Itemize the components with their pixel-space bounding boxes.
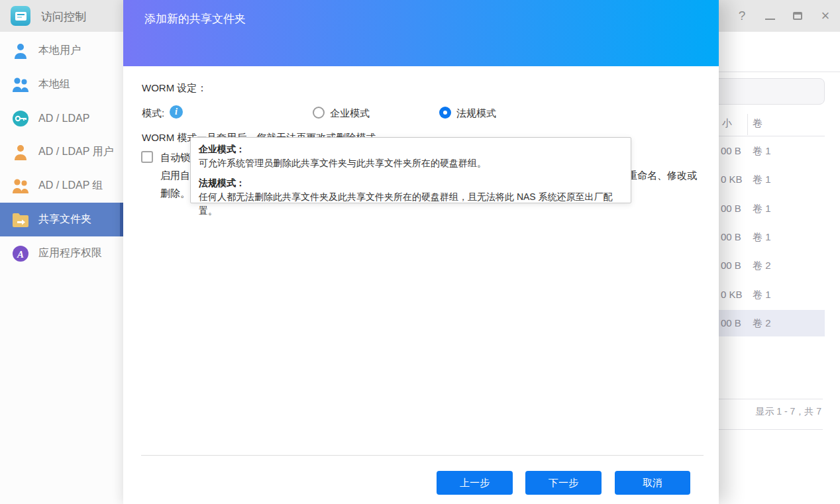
sidebar-item-label: 共享文件夹 xyxy=(38,213,91,227)
pagination-divider-bottom xyxy=(702,429,823,430)
radio-compliance-label[interactable]: 法规模式 xyxy=(456,107,496,120)
app-privilege-icon: A xyxy=(12,245,29,262)
table-row[interactable]: 00 B 卷 2 xyxy=(702,252,825,279)
cancel-button[interactable]: 取消 xyxy=(615,471,690,495)
access-control-app-icon xyxy=(11,6,30,26)
dialog-title: 添加新的共享文件夹 xyxy=(144,11,246,26)
group-icon xyxy=(12,177,29,195)
table-row[interactable]: 00 B 卷 1 xyxy=(702,224,825,250)
sidebar-item-ad-ldap[interactable]: AD / LDAP xyxy=(0,101,123,135)
minimize-icon[interactable] xyxy=(763,9,776,23)
sidebar-item-label: AD / LDAP xyxy=(38,113,89,125)
next-step-button[interactable]: 下一步 xyxy=(525,471,602,495)
group-icon xyxy=(12,76,29,93)
info-icon[interactable]: i xyxy=(170,105,183,119)
sidebar-item-local-users[interactable]: 本地用户 xyxy=(0,34,123,68)
sidebar: 本地用户 本地组 AD / LDAP AD / LDAP 用户 AD / LDA xyxy=(0,32,123,504)
pagination-divider-top xyxy=(702,399,823,399)
tooltip-compliance-desc: 任何人都无法删除此共享文件夹及此共享文件夹所在的硬盘群组，且无法将此 NAS 系… xyxy=(199,190,623,218)
worm-section-label: WORM 设定： xyxy=(142,82,207,95)
table-column-header-size: 小 xyxy=(722,117,732,130)
tooltip-enterprise-title: 企业模式： xyxy=(199,142,623,156)
footer-divider xyxy=(141,455,704,456)
radio-compliance-mode[interactable] xyxy=(439,107,451,119)
add-shared-folder-dialog: 添加新的共享文件夹 WORM 设定： 模式: i 企业模式 法规模式 WORM … xyxy=(123,0,719,504)
tooltip-enterprise-desc: 可允许系统管理员删除此共享文件夹与此共享文件夹所在的硬盘群组。 xyxy=(199,156,623,170)
sidebar-item-ad-ldap-groups[interactable]: AD / LDAP 组 xyxy=(0,169,123,203)
mode-tooltip: 企业模式： 可允许系统管理员删除此共享文件夹与此共享文件夹所在的硬盘群组。 法规… xyxy=(190,137,631,203)
tooltip-compliance-title: 法规模式： xyxy=(199,176,623,190)
help-icon[interactable]: ? xyxy=(735,9,749,23)
sidebar-item-shared-folders[interactable]: 共享文件夹 xyxy=(0,203,123,236)
radio-enterprise-label[interactable]: 企业模式 xyxy=(330,107,370,120)
screen: 访问控制 ? × 本地用户 本地组 AD / LDAP xyxy=(0,0,840,504)
shared-folder-icon xyxy=(12,211,29,228)
table-row-selected[interactable]: 00 B 卷 2 xyxy=(702,310,825,336)
pagination-status: 显示 1 - 7，共 7 xyxy=(755,406,821,418)
maximize-icon[interactable] xyxy=(791,9,804,23)
autolock-checkbox[interactable] xyxy=(141,151,153,163)
sidebar-item-ad-ldap-users[interactable]: AD / LDAP 用户 xyxy=(0,135,123,169)
table-column-divider xyxy=(747,114,748,135)
table-row[interactable]: 0 KB 卷 1 xyxy=(702,281,825,308)
autolock-description-line2: 删除。 xyxy=(160,187,190,200)
mode-label: 模式: xyxy=(142,107,164,120)
window-controls: ? × xyxy=(735,0,832,32)
search-input[interactable] xyxy=(704,78,825,105)
sidebar-item-local-groups[interactable]: 本地组 xyxy=(0,68,123,101)
table-header-divider xyxy=(702,136,825,136)
background-toolbar-divider xyxy=(702,72,840,72)
app-title: 访问控制 xyxy=(41,9,86,25)
table-row[interactable]: 0 KB 卷 1 xyxy=(702,166,825,193)
dialog-header: 添加新的共享文件夹 xyxy=(123,0,719,66)
table-row[interactable]: 00 B 卷 1 xyxy=(702,195,825,222)
sidebar-item-label: 本地用户 xyxy=(38,44,81,58)
table-row[interactable]: 00 B 卷 1 xyxy=(702,138,825,164)
sidebar-item-app-privileges[interactable]: A 应用程序权限 xyxy=(0,236,123,270)
svg-text:A: A xyxy=(17,248,24,259)
key-icon xyxy=(12,110,29,127)
sidebar-item-label: 应用程序权限 xyxy=(38,246,102,260)
sidebar-item-label: AD / LDAP 组 xyxy=(38,179,103,193)
user-icon xyxy=(12,144,29,161)
close-icon[interactable]: × xyxy=(819,7,832,25)
sidebar-item-label: 本地组 xyxy=(38,77,70,91)
user-icon xyxy=(12,42,29,60)
previous-step-button[interactable]: 上一步 xyxy=(437,471,513,495)
sidebar-item-label: AD / LDAP 用户 xyxy=(38,145,114,159)
radio-enterprise-mode[interactable] xyxy=(313,107,325,119)
table-column-header-volume: 卷 xyxy=(753,117,762,130)
